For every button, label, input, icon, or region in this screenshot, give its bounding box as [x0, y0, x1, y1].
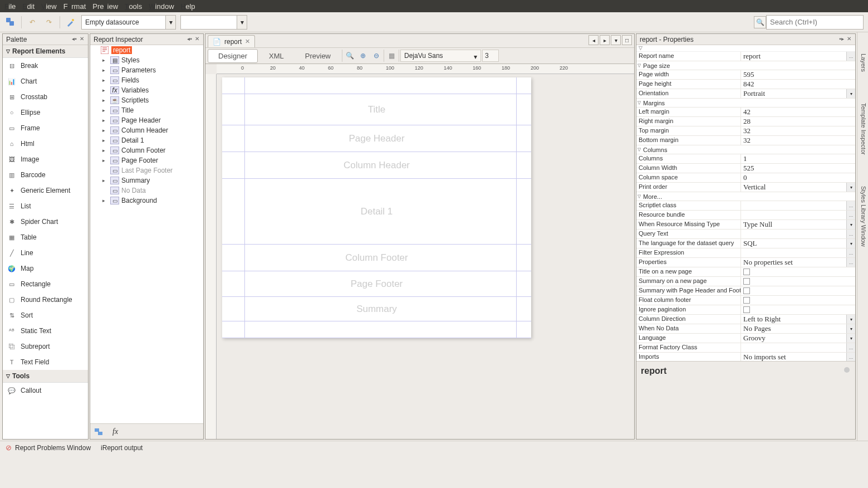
close-icon[interactable]: ✕: [79, 36, 85, 42]
chevron-down-icon[interactable]: ▾: [846, 183, 855, 192]
palette-item-chart[interactable]: 📊Chart: [3, 74, 88, 89]
prop-value[interactable]: Portrait▾: [741, 89, 855, 98]
tree-node-background[interactable]: ▸▭Background: [90, 196, 203, 206]
palette-item-generic-element[interactable]: ✦Generic Element: [3, 183, 88, 198]
prop-value[interactable]: 842: [741, 80, 855, 89]
menu-view[interactable]: View: [41, 2, 57, 11]
tree-node-parameters[interactable]: ▸▭Parameters: [90, 65, 203, 75]
tree-node-column-footer[interactable]: ▸▭Column Footer: [90, 145, 203, 155]
palette-category-tools[interactable]: ▽Tools: [3, 370, 88, 383]
redo-icon[interactable]: ↷: [43, 16, 55, 28]
band-page-header[interactable]: Page Header: [222, 125, 531, 152]
function-icon[interactable]: fx: [112, 427, 118, 436]
datasource-combo[interactable]: Empty datasource ▾: [81, 15, 176, 30]
prop-value[interactable]: Vertical▾: [741, 183, 855, 192]
prop-value[interactable]: No properties set…: [741, 258, 855, 267]
view-designer[interactable]: Designer: [208, 49, 258, 63]
prop-value[interactable]: Groovy▾: [741, 334, 855, 343]
tree-node-page-footer[interactable]: ▸▭Page Footer: [90, 155, 203, 165]
band-page-footer[interactable]: Page Footer: [222, 271, 531, 297]
palette-item-ellipse[interactable]: ○Ellipse: [3, 105, 88, 120]
prop-value[interactable]: 0: [741, 173, 855, 182]
tree-node-column-header[interactable]: ▸▭Column Header: [90, 125, 203, 135]
prop-value[interactable]: 32: [741, 136, 855, 145]
band-detail-1[interactable]: Detail 1: [222, 179, 531, 245]
palette-item-barcode[interactable]: ▥Barcode: [3, 167, 88, 183]
palette-item-crosstab[interactable]: ⊞Crosstab: [3, 89, 88, 105]
palette-item-spider-chart[interactable]: ✱Spider Chart: [3, 214, 88, 230]
palette-category-report-elements[interactable]: ▽Report Elements: [3, 45, 88, 58]
menu-preview[interactable]: Preview: [92, 2, 118, 11]
undo-icon[interactable]: ↶: [26, 16, 38, 28]
zoom-in-icon[interactable]: ⊕: [357, 50, 369, 62]
collapse-toggle[interactable]: ▽: [636, 45, 855, 52]
palette-item-line[interactable]: ╱Line: [3, 245, 88, 261]
design-canvas[interactable]: TitlePage HeaderColumn HeaderDetail 1Col…: [217, 74, 634, 439]
prop-value[interactable]: report…: [741, 52, 855, 61]
prop-value[interactable]: [741, 296, 855, 305]
tree-node-last-page-footer[interactable]: ▭Last Page Footer: [90, 165, 203, 175]
minimize-icon[interactable]: ◂▪: [71, 36, 77, 42]
menu-edit[interactable]: Edit: [22, 2, 35, 11]
prop-value[interactable]: …: [741, 248, 855, 257]
tree-node-styles[interactable]: ▸▤Styles: [90, 55, 203, 65]
prop-value[interactable]: 42: [741, 108, 855, 116]
menu-window[interactable]: Window: [149, 2, 174, 11]
palette-item-rectangle[interactable]: ▭Rectangle: [3, 276, 88, 292]
prop-value[interactable]: …: [741, 343, 855, 352]
menu-file[interactable]: File: [4, 2, 16, 11]
tree-node-summary[interactable]: ▸▭Summary: [90, 175, 203, 186]
tree-node-variables[interactable]: ▸fxVariables: [90, 85, 203, 95]
prop-value[interactable]: …: [741, 201, 855, 210]
prop-value[interactable]: [741, 286, 855, 295]
prop-section-page-size[interactable]: Page size: [636, 61, 855, 70]
prop-section-margins[interactable]: Margins: [636, 99, 855, 108]
prop-value[interactable]: 32: [741, 126, 855, 135]
chevron-down-icon[interactable]: ▾: [846, 334, 855, 343]
menu-help[interactable]: Help: [181, 2, 195, 11]
prop-value[interactable]: 1: [741, 154, 855, 163]
report-page[interactable]: TitlePage HeaderColumn HeaderDetail 1Col…: [222, 77, 531, 338]
sidetab-layers[interactable]: Layers: [857, 49, 868, 76]
chevron-down-icon[interactable]: ▾: [846, 239, 855, 248]
ellipsis-button[interactable]: …: [846, 353, 855, 361]
checkbox[interactable]: [743, 306, 750, 313]
tab-prev-icon[interactable]: ◂: [589, 35, 599, 45]
palette-item-table[interactable]: ▦Table: [3, 230, 88, 245]
fontsize-combo[interactable]: 3: [482, 50, 499, 62]
tab-next-icon[interactable]: ▸: [600, 35, 610, 45]
close-icon[interactable]: ✕: [846, 36, 852, 42]
palette-item-image[interactable]: 🖼Image: [3, 152, 88, 167]
search-icon[interactable]: 🔍: [754, 16, 766, 28]
palette-item-break[interactable]: ⊟Break: [3, 58, 88, 74]
checkbox[interactable]: [743, 297, 750, 304]
palette-item-map[interactable]: 🌍Map: [3, 261, 88, 276]
checkbox[interactable]: [743, 269, 750, 275]
zoom-fit-icon[interactable]: 🔍: [344, 50, 356, 62]
tree-node-detail-1[interactable]: ▸▭Detail 1: [90, 135, 203, 145]
secondary-combo[interactable]: ▾: [180, 15, 247, 30]
chevron-down-icon[interactable]: ▾: [165, 16, 175, 29]
prop-value[interactable]: …: [741, 211, 855, 219]
settings-icon[interactable]: ▦: [385, 50, 398, 62]
ellipsis-button[interactable]: …: [846, 258, 855, 267]
menu-tools[interactable]: Tools: [125, 2, 142, 11]
palette-item-subreport[interactable]: ⿻Subreport: [3, 339, 88, 354]
close-tab-icon[interactable]: ✕: [245, 38, 250, 45]
palette-item-round-rectangle[interactable]: ▢Round Rectangle: [3, 292, 88, 308]
prop-value[interactable]: [741, 305, 855, 314]
chevron-down-icon[interactable]: ▾: [470, 50, 480, 64]
help-dot-icon[interactable]: [844, 367, 850, 373]
ellipsis-button[interactable]: …: [846, 248, 855, 257]
file-tab-report[interactable]: 📄 report ✕: [208, 35, 255, 47]
prop-value[interactable]: Type Null▾: [741, 220, 855, 229]
datasources-icon[interactable]: [4, 16, 17, 28]
search-input[interactable]: [766, 15, 864, 30]
palette-item-sort[interactable]: ⇅Sort: [3, 308, 88, 323]
band-spacer[interactable]: [222, 77, 531, 94]
sidetab-styles-library-window[interactable]: Styles Library Window: [857, 182, 868, 251]
menu-format[interactable]: Format: [63, 2, 86, 11]
chevron-down-icon[interactable]: ▾: [846, 220, 855, 229]
ellipsis-button[interactable]: …: [846, 211, 855, 219]
tree-node-title[interactable]: ▸▭Title: [90, 105, 203, 115]
